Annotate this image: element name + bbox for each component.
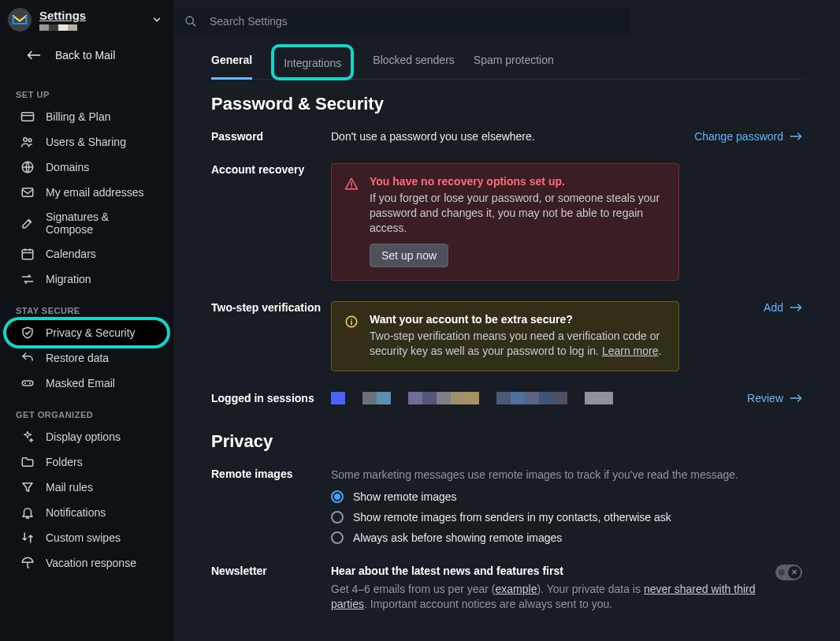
app-logo <box>8 8 32 32</box>
svg-rect-5 <box>22 250 33 259</box>
svg-rect-0 <box>22 113 34 121</box>
session-indicator-block <box>331 392 345 404</box>
sidebar-item-label: Calendars <box>46 248 96 260</box>
undo-icon <box>20 351 35 365</box>
remote-images-options: Show remote imagesShow remote images fro… <box>331 490 802 544</box>
sidebar-item-email-addresses[interactable]: My email addresses <box>0 180 173 205</box>
info-circle-icon <box>344 315 359 359</box>
option-label: Show remote images <box>353 490 457 503</box>
session-indicator-block <box>553 392 567 404</box>
sidebar-item-label: Mail rules <box>46 481 93 494</box>
row-account-recovery: Account recovery You have no recovery op… <box>211 163 802 281</box>
warning-triangle-icon <box>344 177 359 267</box>
chevron-down-icon[interactable] <box>151 14 162 25</box>
arrow-right-icon <box>790 303 802 312</box>
newsletter-desc: Get 4–6 emails from us per year (example… <box>331 582 756 612</box>
review-sessions-link[interactable]: Review <box>747 392 802 404</box>
search-input[interactable] <box>210 15 619 28</box>
svg-rect-4 <box>22 188 33 197</box>
sidebar-item-folders[interactable]: Folders <box>0 449 173 475</box>
sidebar-item-masked-email[interactable]: Masked Email <box>0 371 173 396</box>
session-indicator-block <box>539 392 553 404</box>
sidebar-item-calendars[interactable]: Calendars <box>0 241 173 266</box>
sidebar-item-label: Custom swipes <box>46 531 121 544</box>
mask-icon <box>20 376 35 390</box>
sidebar-item-label: Restore data <box>46 352 109 364</box>
sidebar-item-label: Users & Sharing <box>46 136 126 148</box>
sidebar-item-users[interactable]: Users & Sharing <box>0 129 173 155</box>
remote-images-option-2[interactable]: Always ask before showing remote images <box>331 531 802 544</box>
tab-general[interactable]: General <box>211 41 252 80</box>
umbrella-icon <box>20 556 35 570</box>
recovery-label: Account recovery <box>211 163 331 176</box>
sidebar-item-mail-rules[interactable]: Mail rules <box>0 475 173 500</box>
tab-blocked-senders[interactable]: Blocked senders <box>373 41 455 80</box>
search-container <box>173 8 630 35</box>
sidebar-item-migration[interactable]: Migration <box>0 266 173 292</box>
two-step-alert-title: Want your account to be extra secure? <box>370 313 666 326</box>
app-title: Settings <box>39 9 143 21</box>
session-indicator-block <box>511 392 525 404</box>
funnel-icon <box>20 480 35 494</box>
sidebar: Settings Back to Mail SET UP Billing & P… <box>0 0 173 641</box>
sidebar-item-domains[interactable]: Domains <box>0 155 173 180</box>
sidebar-item-billing[interactable]: Billing & Plan <box>0 104 173 129</box>
envelope-icon <box>12 12 28 28</box>
sidebar-item-custom-swipes[interactable]: Custom swipes <box>0 525 173 550</box>
tabs: GeneralIntegrationsBlocked sendersSpam p… <box>211 41 802 80</box>
newsletter-toggle[interactable]: ✕ <box>775 565 802 580</box>
color-swatch <box>49 24 58 31</box>
folder-icon <box>20 455 35 469</box>
sidebar-item-display-options[interactable]: Display options <box>0 424 173 449</box>
sidebar-item-label: Vacation response <box>46 557 136 569</box>
svg-point-1 <box>24 138 28 142</box>
migrate-icon <box>20 272 35 286</box>
content: GeneralIntegrationsBlocked sendersSpam p… <box>173 41 840 641</box>
session-indicator-block <box>465 392 479 404</box>
sidebar-item-notifications[interactable]: Notifications <box>0 500 173 525</box>
session-indicator-group <box>362 392 391 404</box>
add-two-step-link[interactable]: Add <box>764 301 802 314</box>
set-up-now-button[interactable]: Set up now <box>370 244 448 267</box>
radio-icon <box>331 531 344 544</box>
row-sessions: Logged in sessions Review <box>211 392 802 404</box>
sidebar-item-restore-data[interactable]: Restore data <box>0 345 173 371</box>
svg-rect-6 <box>22 381 33 386</box>
session-indicator-block <box>525 392 539 404</box>
globe-icon <box>20 160 35 174</box>
back-to-mail-link[interactable]: Back to Mail <box>0 39 173 76</box>
tab-spam-protection[interactable]: Spam protection <box>474 41 554 80</box>
svg-point-9 <box>186 17 193 24</box>
app-sub-swatches <box>39 24 143 31</box>
session-indicator-block <box>599 392 613 404</box>
remote-images-option-1[interactable]: Show remote images from senders in my co… <box>331 511 802 524</box>
arrow-right-icon <box>790 132 802 141</box>
sidebar-item-vacation-response[interactable]: Vacation response <box>0 550 173 576</box>
password-label: Password <box>211 130 331 143</box>
sessions-summary <box>331 392 747 404</box>
sidebar-header: Settings <box>0 0 173 39</box>
two-step-alert: Want your account to be extra secure? Tw… <box>331 301 679 372</box>
remote-images-option-0[interactable]: Show remote images <box>331 490 802 503</box>
change-password-link[interactable]: Change password <box>694 130 802 143</box>
learn-more-link[interactable]: Learn more <box>602 345 659 357</box>
session-indicator-block <box>496 392 511 404</box>
remote-images-label: Remote images <box>211 468 331 480</box>
tab-integrations[interactable]: Integrations <box>271 44 354 80</box>
sidebar-item-privacy-security[interactable]: Privacy & Security <box>6 320 167 345</box>
sidebar-item-label: Folders <box>46 456 83 468</box>
section-privacy-title: Privacy <box>211 431 802 452</box>
shield-icon <box>20 326 35 340</box>
recovery-alert-body: If you forget or lose your password, or … <box>370 191 666 236</box>
card-icon <box>20 110 35 124</box>
arrow-left-icon <box>27 50 41 60</box>
example-link[interactable]: example <box>496 583 537 595</box>
session-indicator-block <box>585 392 599 404</box>
row-two-step: Two-step verification Want your account … <box>211 301 802 372</box>
sidebar-section-setup: SET UP <box>0 76 173 104</box>
sidebar-item-signatures[interactable]: Signatures & Compose <box>0 205 173 241</box>
mail-icon <box>20 185 35 199</box>
recovery-alert: You have no recovery options set up. If … <box>331 163 679 281</box>
arrow-right-icon <box>790 393 802 403</box>
color-swatch <box>39 24 49 31</box>
